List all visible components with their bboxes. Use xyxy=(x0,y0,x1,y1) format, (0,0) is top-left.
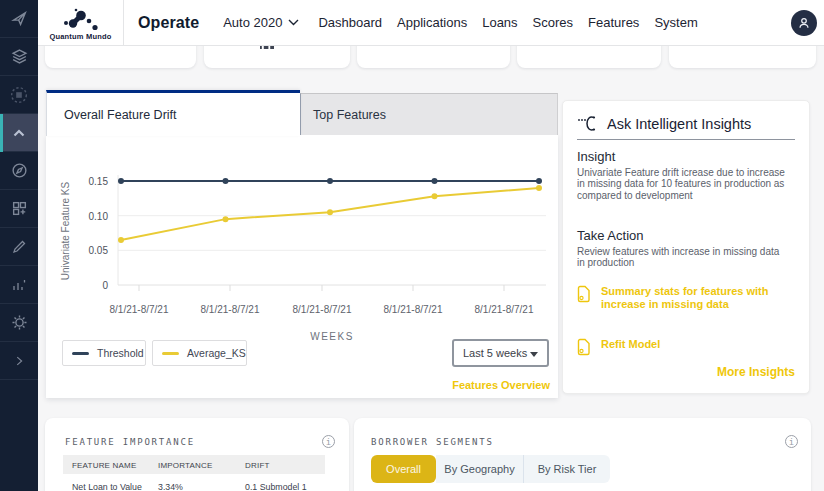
chevron-up-icon xyxy=(11,125,27,141)
col-feature-name: FEATURE NAME xyxy=(72,461,136,470)
user-icon xyxy=(797,16,811,30)
refit-model-link-label: Refit Model xyxy=(601,338,779,356)
sidebar-item-metrics[interactable] xyxy=(0,266,38,304)
marker-average_ks-0 xyxy=(118,237,124,243)
layers-icon xyxy=(11,48,28,65)
model-selector-label: Auto 2020 xyxy=(223,15,282,30)
insight-body: Univariate Feature drift icrease due to … xyxy=(577,167,787,201)
document-gear-icon xyxy=(577,285,592,303)
refit-model-link[interactable]: Refit Model xyxy=(577,338,779,356)
marker-average_ks-1 xyxy=(223,216,229,222)
marker-average_ks-2 xyxy=(327,209,333,215)
summary-stats-link[interactable]: Summary stats for features with increase… xyxy=(577,285,779,311)
brand-name: Quantum Mundo xyxy=(49,32,111,41)
marker-threshold-2 xyxy=(327,178,333,184)
main-nav: Dashboard Applications Loans Scores Feat… xyxy=(318,15,697,30)
logo[interactable]: Quantum Mundo xyxy=(38,0,124,46)
segment-control: Overall By Geography By Risk Tier xyxy=(371,455,610,483)
insight-heading: Insight xyxy=(577,149,615,164)
sidebar-item-settings[interactable] xyxy=(0,304,38,342)
marker-threshold-0 xyxy=(118,178,124,184)
feature-drift-card: Top Features Overall Feature Drift 0.15 … xyxy=(46,90,558,398)
sidebar-item-monitor[interactable] xyxy=(0,114,38,152)
col-importance: IMPORTANCE xyxy=(158,461,213,470)
nav-loans[interactable]: Loans xyxy=(482,15,517,30)
sidebar-item-modules[interactable] xyxy=(0,190,38,228)
marker-threshold-1 xyxy=(223,178,229,184)
quantum-mundo-logo-icon xyxy=(63,7,99,31)
marker-average_ks-3 xyxy=(432,193,438,199)
nav-applications[interactable]: Applications xyxy=(397,15,467,30)
summary-stats-link-label: Summary stats for features with increase… xyxy=(601,285,779,311)
cell-feature-name: Net Loan to Value xyxy=(72,482,142,491)
take-action-body: Review features with increase in missing… xyxy=(577,246,787,269)
nav-scores[interactable]: Scores xyxy=(533,15,573,30)
document-gear-icon xyxy=(577,338,592,356)
nav-system[interactable]: System xyxy=(654,15,697,30)
borrower-segments-info-icon[interactable]: i xyxy=(785,435,798,448)
sidebar-item-launch[interactable] xyxy=(0,0,38,38)
col-drift: DRIFT xyxy=(245,461,270,470)
insights-divider xyxy=(577,139,795,140)
sidebar-item-loader[interactable] xyxy=(0,76,38,114)
more-insights-link[interactable]: More Insights xyxy=(717,365,795,379)
cell-drift: 0.1 Submodel 1 xyxy=(245,482,307,491)
metrics-icon xyxy=(11,277,27,293)
marker-average_ks-4 xyxy=(536,185,542,191)
header: Quantum Mundo Operate Auto 2020 Dashboar… xyxy=(38,0,824,46)
marker-threshold-3 xyxy=(432,178,438,184)
borrower-segments-title: BORROWER SEGMENTS xyxy=(371,437,494,447)
take-action-heading: Take Action xyxy=(577,228,644,243)
feature-importance-table-header: FEATURE NAME IMPORTANCE DRIFT xyxy=(63,455,325,474)
sidebar-item-compass[interactable] xyxy=(0,152,38,190)
table-row: Net Loan to Value 3.34% 0.1 Submodel 1 xyxy=(63,478,325,491)
product-title: Operate xyxy=(138,14,199,32)
compass-icon xyxy=(11,162,28,179)
modules-grid-icon xyxy=(11,200,28,217)
sidebar-item-edit[interactable] xyxy=(0,228,38,266)
paper-plane-icon xyxy=(11,10,28,27)
sidebar xyxy=(0,0,38,491)
chevron-down-icon xyxy=(288,19,299,26)
user-avatar[interactable] xyxy=(791,10,817,36)
drift-chart xyxy=(46,90,558,398)
pencil-icon xyxy=(11,239,27,255)
intelligent-insights-icon xyxy=(577,114,599,134)
feature-importance-title: FEATURE IMPORTANCE xyxy=(65,437,195,447)
loader-square-icon xyxy=(10,86,28,104)
insights-panel: Ask Intelligent Insights Insight Univari… xyxy=(562,100,810,394)
feature-importance-info-icon[interactable]: i xyxy=(322,435,335,448)
sidebar-item-layers[interactable] xyxy=(0,38,38,76)
nav-dashboard[interactable]: Dashboard xyxy=(318,15,382,30)
sidebar-item-expand[interactable] xyxy=(0,342,38,380)
clipped-text-fragment xyxy=(260,46,274,49)
cell-importance: 3.34% xyxy=(158,482,183,491)
chevron-right-icon xyxy=(12,354,26,368)
segment-overall[interactable]: Overall xyxy=(371,455,436,483)
gear-icon xyxy=(11,314,28,331)
segment-by-geography[interactable]: By Geography xyxy=(436,455,524,483)
feature-importance-panel: FEATURE IMPORTANCE i FEATURE NAME IMPORT… xyxy=(45,418,349,491)
segment-by-risk-tier[interactable]: By Risk Tier xyxy=(524,455,610,483)
model-selector[interactable]: Auto 2020 xyxy=(223,15,299,30)
insights-title: Ask Intelligent Insights xyxy=(607,116,751,132)
nav-features[interactable]: Features xyxy=(588,15,639,30)
borrower-segments-panel: BORROWER SEGMENTS i Overall By Geography… xyxy=(354,418,811,491)
marker-threshold-4 xyxy=(536,178,542,184)
